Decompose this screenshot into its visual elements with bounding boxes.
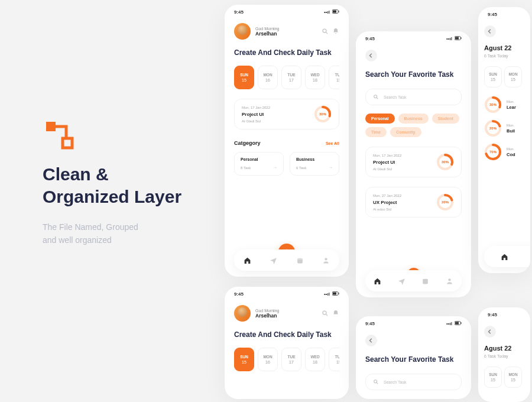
schedule-date: Agust 22 (484, 44, 524, 51)
calendar-strip[interactable]: SUN15MON15 (484, 367, 524, 388)
send-icon[interactable] (398, 277, 406, 285)
filter-chip[interactable]: Student (432, 114, 459, 124)
calendar-icon[interactable] (421, 277, 429, 285)
filter-chip[interactable]: Time (365, 127, 387, 137)
schedule-item[interactable]: 30%Mon.Lear (484, 96, 524, 114)
svg-rect-13 (455, 37, 459, 40)
back-button[interactable] (365, 335, 377, 346)
page-title: Search Your Favorite Task (365, 70, 462, 79)
avatar[interactable] (234, 305, 251, 322)
home-icon[interactable] (374, 277, 381, 285)
status-time: 9:45 (234, 291, 244, 297)
status-bar: 9:45 ••ıl (356, 31, 471, 44)
filter-chip[interactable]: Business (398, 114, 429, 124)
day-pill[interactable]: MON15 (504, 367, 522, 388)
day-pill[interactable]: MON16 (258, 348, 278, 371)
category-card[interactable]: Personal8 Task→ (234, 152, 284, 176)
progress-ring: 30% (436, 153, 454, 171)
day-pill[interactable]: SUN15 (234, 66, 254, 89)
filter-chips: PersonalBusinessStudentTimeComunity (365, 114, 462, 137)
schedule-item[interactable]: 20%Mon.Buil (484, 119, 524, 137)
profile-icon[interactable] (322, 257, 330, 264)
home-screen: 9:45 ••ıl God Morning Arselhan Create An… (225, 5, 349, 277)
page-title: Create And Check Daily Task (234, 48, 339, 57)
day-pill[interactable]: SUN15 (234, 348, 254, 371)
category-heading: Catgegory (234, 140, 261, 146)
battery-icon (332, 9, 339, 15)
progress-ring: 30% (314, 105, 332, 123)
search-icon (373, 379, 379, 385)
greeting: God Morning (255, 309, 317, 313)
day-pill[interactable]: TUE17 (281, 348, 301, 371)
svg-rect-4 (333, 11, 336, 13)
search-icon (373, 94, 379, 100)
greeting: God Morning (255, 27, 317, 31)
search-icon[interactable] (322, 28, 329, 35)
day-pill[interactable]: SUN15 (484, 66, 502, 87)
search-screen: 9:45 ••ıl Search Your Favorite Task Sear… (356, 31, 471, 297)
day-pill[interactable]: TUE17 (281, 66, 301, 89)
status-bar: 9:45 ••ıl (225, 5, 349, 17)
bell-icon[interactable] (332, 310, 339, 317)
day-pill[interactable]: WED18 (305, 66, 325, 89)
calendar-icon[interactable] (296, 257, 304, 264)
status-time: 9:45 (365, 321, 375, 326)
schedule-item[interactable]: 70%Mon.Cod (484, 143, 524, 161)
svg-rect-28 (339, 293, 339, 294)
svg-point-5 (323, 29, 326, 33)
avatar[interactable] (234, 23, 251, 40)
profile-icon[interactable] (446, 277, 453, 285)
day-pill[interactable]: WED18 (305, 348, 325, 371)
logo-icon (43, 118, 76, 151)
arrow-right-icon: → (328, 165, 333, 170)
calendar-strip[interactable]: SUN15MON15 (484, 66, 524, 87)
search-input[interactable]: Search Task (365, 374, 462, 390)
progress-ring: 30% (484, 96, 502, 114)
status-bar: 9:45 (478, 307, 530, 320)
search-placeholder: Search Task (384, 95, 406, 99)
svg-point-14 (374, 95, 377, 98)
schedule-screen: 9:45 Agust 22 6 Task Today SUN15MON15 (478, 307, 530, 402)
task-date: Mon, 17 Jan 2022 (242, 106, 308, 109)
day-pill[interactable]: MON15 (504, 66, 522, 87)
svg-rect-19 (423, 278, 429, 284)
battery-icon (332, 291, 339, 297)
task-card[interactable]: Mon, 27 Jan 2022UX ProjectAt edoo Std20% (365, 187, 462, 218)
task-name: Project UI (242, 112, 308, 117)
calendar-strip[interactable]: SUN15MON16TUE17WED18TUL15 (234, 348, 339, 371)
svg-rect-32 (461, 322, 462, 324)
home-icon[interactable] (244, 257, 251, 264)
back-button[interactable] (484, 25, 496, 37)
status-bar: 9:45 ••ıl (356, 316, 471, 329)
signal-icon: ••ıl (446, 36, 452, 41)
schedule-date: Agust 22 (484, 345, 524, 352)
progress-ring: 20% (436, 193, 454, 211)
marketing-copy: Clean & Organized Layer The File Named, … (43, 118, 196, 247)
day-pill[interactable]: SUN15 (484, 367, 502, 388)
task-card[interactable]: Mon, 17 Jan 2022 Project UI At Gladi Std… (234, 99, 339, 129)
day-pill[interactable]: TUL15 (329, 348, 339, 371)
svg-rect-33 (455, 322, 459, 325)
back-button[interactable] (484, 326, 496, 338)
bell-icon[interactable] (332, 28, 339, 35)
status-bar: 9:45 ••ıl (225, 287, 349, 299)
username: Arselhan (255, 313, 317, 319)
search-screen: 9:45 ••ıl Search Your Favorite Task Sear… (356, 316, 471, 399)
day-pill[interactable]: MON16 (258, 66, 278, 89)
progress-ring: 20% (484, 119, 502, 137)
filter-chip[interactable]: Comunity (390, 127, 421, 137)
send-icon[interactable] (270, 257, 277, 264)
tab-bar (365, 270, 462, 291)
page-title: Search Your Favorite Task (365, 355, 462, 364)
filter-chip[interactable]: Personal (365, 114, 395, 124)
back-button[interactable] (365, 50, 377, 61)
search-icon[interactable] (322, 310, 329, 317)
task-card[interactable]: Mon, 17 Jan 2022Project UIAt Gladi Std30… (365, 147, 462, 177)
see-all-link[interactable]: See All (326, 141, 339, 145)
day-pill[interactable]: TUL15 (329, 66, 339, 89)
page-title: Create And Check Daily Task (234, 330, 339, 339)
search-input[interactable]: Search Task (365, 89, 462, 105)
category-card[interactable]: Business6 Task→ (290, 152, 339, 176)
home-icon[interactable] (501, 253, 508, 261)
calendar-strip[interactable]: SUN15MON16TUE17WED18TUL15 (234, 66, 339, 89)
